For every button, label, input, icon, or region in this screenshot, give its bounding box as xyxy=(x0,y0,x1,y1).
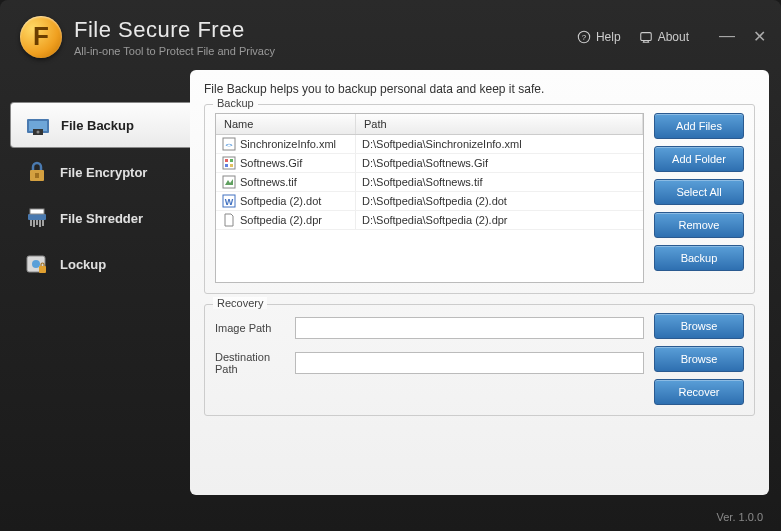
select-all-button[interactable]: Select All xyxy=(654,179,744,205)
table-row[interactable]: Softpedia (2).dprD:\Softpedia\Softpedia … xyxy=(216,211,643,230)
cell-name: WSoftpedia (2).dot xyxy=(216,192,356,210)
recovery-button-column: Browse Browse Recover xyxy=(654,313,744,405)
cell-path: D:\Softpedia\Softnews.Gif xyxy=(356,154,643,172)
about-label: About xyxy=(658,30,689,44)
cell-name: Softpedia (2).dpr xyxy=(216,211,356,229)
header-links: ? Help About xyxy=(577,30,689,44)
cell-path: D:\Softpedia\Softpedia (2).dpr xyxy=(356,211,643,229)
help-label: Help xyxy=(596,30,621,44)
table-row[interactable]: WSoftpedia (2).dotD:\Softpedia\Softpedia… xyxy=(216,192,643,211)
svg-rect-24 xyxy=(225,164,228,167)
add-files-button[interactable]: Add Files xyxy=(654,113,744,139)
destination-path-input[interactable] xyxy=(295,352,644,374)
sidebar-item-label: Lockup xyxy=(60,257,106,272)
destination-path-label: Destination Path xyxy=(215,351,285,375)
svg-point-17 xyxy=(32,260,40,268)
cell-name: <>SinchronizeInfo.xml xyxy=(216,135,356,153)
help-icon: ? xyxy=(577,30,591,44)
backup-button-column: Add Files Add Folder Select All Remove B… xyxy=(654,113,744,283)
backup-fieldset: Backup Name Path <>SinchronizeInfo.xmlD:… xyxy=(204,104,755,294)
image-path-label: Image Path xyxy=(215,322,285,334)
version-label: Ver. 1.0.0 xyxy=(717,511,763,523)
about-icon xyxy=(639,30,653,44)
image-path-row: Image Path xyxy=(215,317,644,339)
app-subtitle: All-in-one Tool to Protect File and Priv… xyxy=(74,45,577,57)
cell-path: D:\Softpedia\Softpedia (2).dot xyxy=(356,192,643,210)
sidebar-item-lockup[interactable]: Lockup xyxy=(10,242,190,286)
svg-text:<>: <> xyxy=(225,142,233,148)
lockup-icon xyxy=(24,252,50,276)
sidebar-item-file-backup[interactable]: File Backup xyxy=(10,102,190,148)
backup-icon xyxy=(25,113,51,137)
title-block: File Secure Free All-in-one Tool to Prot… xyxy=(74,17,577,57)
backup-legend: Backup xyxy=(213,97,258,109)
sidebar-item-file-shredder[interactable]: File Shredder xyxy=(10,196,190,240)
panel-description: File Backup helps you to backup personal… xyxy=(204,82,755,96)
app-window: F File Secure Free All-in-one Tool to Pr… xyxy=(0,0,781,531)
svg-rect-10 xyxy=(30,209,44,214)
help-link[interactable]: ? Help xyxy=(577,30,621,44)
image-path-input[interactable] xyxy=(295,317,644,339)
app-logo-icon: F xyxy=(20,16,62,58)
close-button[interactable]: ✕ xyxy=(753,27,766,46)
svg-rect-8 xyxy=(35,173,39,178)
body: File Backup File Encryptor File Shredder… xyxy=(0,65,781,495)
about-link[interactable]: About xyxy=(639,30,689,44)
cell-path: D:\Softpedia\Softnews.tif xyxy=(356,173,643,191)
svg-point-6 xyxy=(37,131,40,134)
recovery-legend: Recovery xyxy=(213,297,267,309)
svg-rect-18 xyxy=(39,266,46,273)
column-header-name[interactable]: Name xyxy=(216,114,356,134)
recovery-fieldset: Recovery Image Path Destination Path xyxy=(204,304,755,416)
encryptor-icon xyxy=(24,160,50,184)
sidebar: File Backup File Encryptor File Shredder… xyxy=(0,70,190,495)
sidebar-item-label: File Encryptor xyxy=(60,165,147,180)
svg-text:W: W xyxy=(225,197,234,207)
svg-rect-22 xyxy=(225,159,228,162)
backup-file-table[interactable]: Name Path <>SinchronizeInfo.xmlD:\Softpe… xyxy=(215,113,644,283)
svg-rect-2 xyxy=(640,32,651,40)
sidebar-item-label: File Backup xyxy=(61,118,134,133)
cell-name: Softnews.Gif xyxy=(216,154,356,172)
svg-text:?: ? xyxy=(582,33,587,42)
header: F File Secure Free All-in-one Tool to Pr… xyxy=(0,0,781,65)
browse-image-button[interactable]: Browse xyxy=(654,313,744,339)
minimize-button[interactable]: — xyxy=(719,27,735,46)
app-title: File Secure Free xyxy=(74,17,577,43)
shredder-icon xyxy=(24,206,50,230)
main-panel: File Backup helps you to backup personal… xyxy=(190,70,769,495)
svg-rect-9 xyxy=(28,214,46,220)
table-row[interactable]: <>SinchronizeInfo.xmlD:\Softpedia\Sinchr… xyxy=(216,135,643,154)
svg-rect-25 xyxy=(230,164,233,167)
backup-button[interactable]: Backup xyxy=(654,245,744,271)
table-row[interactable]: Softnews.tifD:\Softpedia\Softnews.tif xyxy=(216,173,643,192)
table-header: Name Path xyxy=(216,114,643,135)
recover-button[interactable]: Recover xyxy=(654,379,744,405)
window-controls: — ✕ xyxy=(719,27,766,46)
cell-path: D:\Softpedia\SinchronizeInfo.xml xyxy=(356,135,643,153)
add-folder-button[interactable]: Add Folder xyxy=(654,146,744,172)
column-header-path[interactable]: Path xyxy=(356,114,643,134)
browse-destination-button[interactable]: Browse xyxy=(654,346,744,372)
sidebar-item-label: File Shredder xyxy=(60,211,143,226)
svg-rect-21 xyxy=(223,157,235,169)
svg-rect-23 xyxy=(230,159,233,162)
destination-path-row: Destination Path xyxy=(215,351,644,375)
table-row[interactable]: Softnews.GifD:\Softpedia\Softnews.Gif xyxy=(216,154,643,173)
remove-button[interactable]: Remove xyxy=(654,212,744,238)
cell-name: Softnews.tif xyxy=(216,173,356,191)
sidebar-item-file-encryptor[interactable]: File Encryptor xyxy=(10,150,190,194)
